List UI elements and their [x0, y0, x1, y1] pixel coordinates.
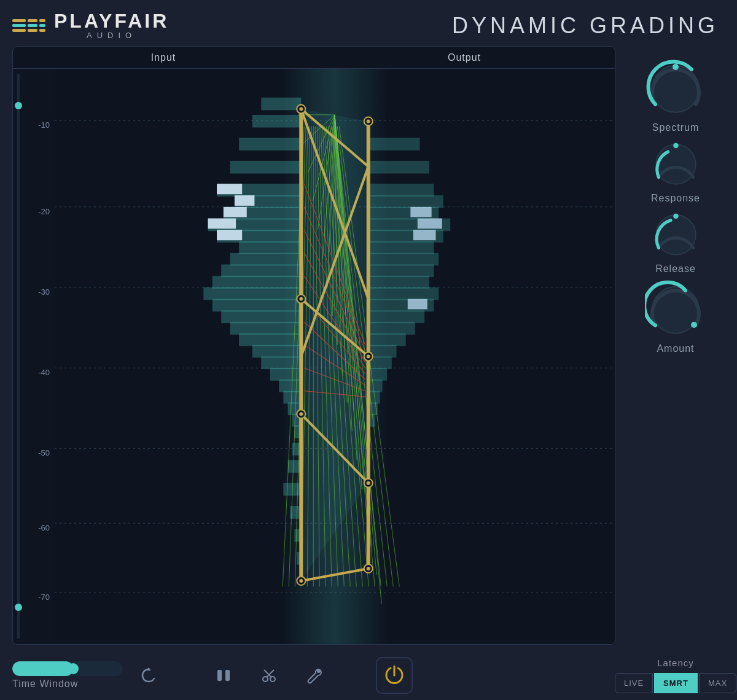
bottom-bar: Time Window — [0, 651, 737, 700]
bottom-center-icons — [174, 662, 364, 689]
knob-amount-section: Amount — [626, 279, 725, 354]
time-window-label: Time Window — [12, 679, 123, 690]
db-marker-60: -60 — [38, 523, 50, 532]
logo-text: PLAYFAIR AUDIO — [54, 11, 169, 40]
db-marker-50: -50 — [38, 448, 50, 457]
db-marker-40: -40 — [38, 368, 50, 377]
latency-label: Latency — [657, 658, 694, 668]
svg-point-0 — [652, 66, 699, 112]
logo-sub: AUDIO — [54, 31, 169, 40]
time-window-fill — [12, 661, 73, 676]
db-marker-20: -20 — [38, 207, 50, 216]
db-marker-10: -10 — [38, 120, 50, 130]
spectrum-area — [55, 69, 615, 644]
knob-release[interactable] — [650, 209, 702, 261]
latency-buttons: LIVE SMRT MAX — [615, 673, 736, 693]
knob-spectrum[interactable] — [645, 58, 706, 120]
logo-icon — [12, 19, 45, 32]
spectrum-canvas — [55, 69, 615, 644]
analyzer-labels: Input Output — [13, 47, 615, 69]
db-marker-30: -30 — [38, 287, 50, 297]
svg-rect-10 — [225, 670, 230, 681]
svg-point-5 — [673, 214, 679, 219]
slider-track — [17, 74, 20, 639]
knob-release-label: Release — [655, 263, 696, 274]
latency-smrt-button[interactable]: SMRT — [654, 673, 698, 693]
right-panel: Spectrum Response — [626, 46, 725, 645]
latency-max-button[interactable]: MAX — [699, 673, 736, 693]
latency-live-button[interactable]: LIVE — [615, 673, 653, 693]
logo-name: PLAYFAIR — [54, 11, 169, 31]
db-marker-70: -70 — [38, 593, 50, 602]
time-window-section: Time Window — [12, 661, 123, 690]
svg-point-1 — [673, 64, 679, 70]
scissors-button[interactable] — [255, 662, 283, 689]
main-content: Input Output -10 -20 -30 -40 -50 -60 -70 — [0, 46, 737, 651]
input-label: Input — [13, 47, 314, 68]
analyzer-panel: Input Output -10 -20 -30 -40 -50 -60 -70 — [12, 46, 615, 645]
app-title: DYNAMIC GRADING — [452, 13, 719, 39]
analyzer-body: -10 -20 -30 -40 -50 -60 -70 — [13, 69, 615, 644]
knob-release-section: Release — [626, 209, 725, 274]
svg-point-3 — [673, 143, 679, 149]
knob-amount[interactable] — [645, 279, 706, 341]
pause-button[interactable] — [210, 662, 237, 689]
knob-response-label: Response — [651, 193, 700, 204]
slider-thumb-top[interactable] — [15, 102, 22, 109]
header: PLAYFAIR AUDIO DYNAMIC GRADING — [0, 0, 737, 46]
slider-thumb-bottom[interactable] — [15, 604, 22, 611]
reset-button[interactable] — [135, 662, 162, 689]
svg-rect-9 — [217, 670, 222, 681]
svg-point-4 — [656, 215, 696, 255]
time-window-thumb[interactable] — [68, 663, 79, 674]
knob-spectrum-label: Spectrum — [652, 122, 699, 133]
left-slider[interactable] — [13, 69, 24, 644]
svg-point-15 — [318, 670, 320, 672]
svg-point-7 — [691, 322, 697, 328]
knob-response[interactable] — [650, 138, 702, 190]
time-window-slider[interactable] — [12, 661, 123, 676]
power-button[interactable] — [376, 657, 413, 694]
knob-amount-label: Amount — [657, 343, 694, 354]
db-scale: -10 -20 -30 -40 -50 -60 -70 — [24, 69, 55, 644]
output-label: Output — [314, 47, 615, 68]
wrench-button[interactable] — [301, 662, 328, 689]
knob-spectrum-section: Spectrum — [626, 58, 725, 133]
svg-point-2 — [656, 144, 696, 184]
logo-area: PLAYFAIR AUDIO — [12, 11, 169, 40]
latency-section: Latency LIVE SMRT MAX — [626, 658, 725, 693]
knob-response-section: Response — [626, 138, 725, 204]
